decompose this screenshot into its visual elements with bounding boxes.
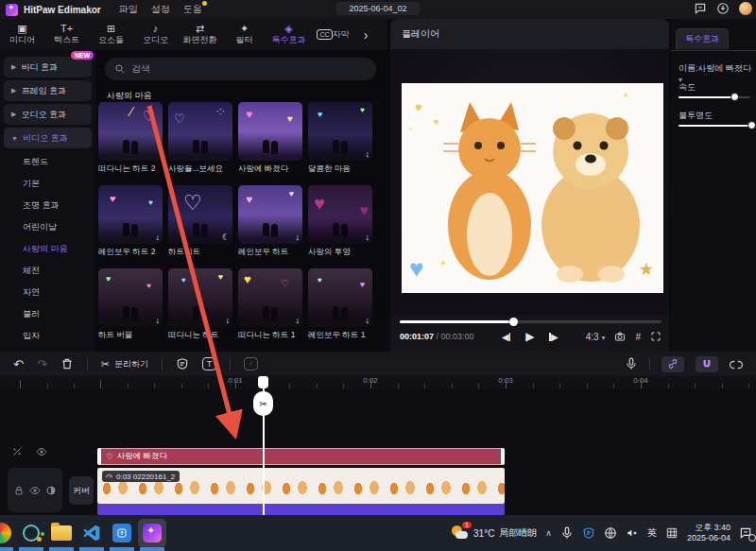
sidebar-group-frame-effects[interactable]: ▶프레임 효과 <box>4 80 92 101</box>
sidebar-item-trend[interactable]: 트렌드 <box>0 151 95 173</box>
track-visibility-eye-icon[interactable] <box>36 446 47 457</box>
project-name[interactable]: 2025-06-04_02 <box>335 2 420 15</box>
previous-frame-button[interactable]: ◀ <box>502 332 510 342</box>
slider-knob[interactable] <box>730 93 739 101</box>
export-clip-icon[interactable]: ↑ <box>244 357 258 370</box>
tray-network-globe-icon[interactable] <box>604 526 617 540</box>
cover-button[interactable]: 커버 <box>69 476 94 505</box>
effect-thumbnail[interactable]: ☾ <box>168 185 232 244</box>
tab-text[interactable]: T+텍스트 <box>44 23 89 46</box>
snapshot-camera-icon[interactable] <box>614 331 626 342</box>
effect-thumbnail[interactable]: ↓ <box>308 185 372 244</box>
video-clip[interactable]: 0:03 02220161_2 <box>97 468 505 504</box>
effect-thumbnail[interactable]: ↓ <box>168 268 232 327</box>
magnet-snap-icon[interactable] <box>696 356 718 372</box>
download-icon[interactable]: ↓ <box>366 316 370 325</box>
speed-slider[interactable] <box>679 96 750 98</box>
effect-thumbnail[interactable] <box>168 102 232 161</box>
effect-card[interactable]: ↓레인보우 하트 2 <box>98 185 163 258</box>
tab-filter[interactable]: ✦필터 <box>222 23 266 46</box>
track-half-circle-icon[interactable] <box>45 485 57 496</box>
track-visibility-eye-icon[interactable] <box>29 485 41 496</box>
sidebar-item-festival[interactable]: 체전 <box>0 260 95 282</box>
download-icon[interactable]: ↓ <box>156 232 161 242</box>
effect-card[interactable]: ↓하트 버블 <box>98 268 163 341</box>
fullscreen-icon[interactable] <box>650 331 662 342</box>
effect-card[interactable]: ↓레인보우 하트 1 <box>308 268 372 341</box>
aspect-ratio-select[interactable]: 4:3 ▾ <box>586 332 606 342</box>
tab-elements[interactable]: ⊞요소들 <box>89 23 133 46</box>
effect-clip-selected[interactable]: ♡ 사랑에 빠졌다 <box>97 448 505 465</box>
effect-card[interactable]: 사랑을...보세요 <box>168 102 232 175</box>
slider-knob[interactable] <box>747 121 756 129</box>
user-avatar[interactable] <box>739 2 752 15</box>
tray-volume-muted-icon[interactable] <box>626 526 639 540</box>
text-tool-icon[interactable]: T <box>202 357 216 370</box>
effect-thumbnail[interactable]: ↓ <box>238 185 302 244</box>
sidebar-item-childrens-day[interactable]: 어린이날 <box>0 216 95 238</box>
menu-file[interactable]: 파일 <box>119 3 138 16</box>
next-frame-button[interactable]: ▶ <box>549 332 558 342</box>
sidebar-group-body-effects[interactable]: ▶바디 효과NEW <box>4 57 92 77</box>
sidebar-group-video-effects[interactable]: ▼비디오 효과 <box>4 128 92 148</box>
effect-card[interactable]: 떠다니는 하트 2 <box>98 102 163 175</box>
download-icon[interactable]: ↓ <box>296 232 301 242</box>
redo-icon[interactable]: ↷ <box>37 357 47 371</box>
track-lock-icon[interactable] <box>13 485 25 496</box>
playhead-split-button[interactable]: ✂ <box>253 391 273 416</box>
sidebar-item-lighting[interactable]: 조명 효과 <box>0 195 95 216</box>
tray-security-shield-icon[interactable] <box>582 526 595 540</box>
sidebar-item-particle[interactable]: 입자 <box>0 325 95 347</box>
weather-widget[interactable]: 1 31°C 局部晴朗 <box>452 525 537 541</box>
link-clips-icon[interactable] <box>662 356 684 372</box>
download-icon[interactable]: ↓ <box>366 232 370 242</box>
tab-effects[interactable]: ◈특수효과 <box>266 23 311 46</box>
feedback-bubble-icon[interactable] <box>694 2 707 15</box>
ime-language-indicator[interactable]: 英 <box>647 526 657 540</box>
effect-card[interactable]: ☾하트비트 <box>168 185 232 258</box>
taskbar-app-edimakor-active[interactable]: ✦ <box>138 519 166 547</box>
taskbar-app-vscode[interactable] <box>77 519 106 547</box>
grid-overlay-icon[interactable]: # <box>635 332 641 342</box>
sidebar-item-nature[interactable]: 자연 <box>0 282 95 303</box>
opacity-slider[interactable] <box>679 125 750 127</box>
effect-track-icon[interactable] <box>11 446 23 457</box>
download-circle-icon[interactable] <box>716 2 730 15</box>
tab-transition[interactable]: ⇄화면전환 <box>178 23 222 46</box>
menu-help[interactable]: 도움 <box>183 3 202 16</box>
sidebar-item-love-heart[interactable]: 사랑의 마음 <box>0 238 95 260</box>
taskbar-app-explorer[interactable] <box>47 519 76 547</box>
timeline-ruler[interactable]: 0:01 0:02 0:03 0:04 <box>0 376 756 389</box>
sidebar-item-basic[interactable]: 기본 <box>0 173 95 195</box>
clip-right-handle[interactable] <box>501 448 505 465</box>
menu-settings[interactable]: 설정 <box>151 3 170 16</box>
taskbar-app-partial[interactable] <box>0 519 15 547</box>
delete-trash-icon[interactable] <box>60 357 74 370</box>
sidebar-group-audio-effects[interactable]: ▶오디오 효과 <box>4 104 92 125</box>
sidebar-item-blur[interactable]: 블러 <box>0 303 95 325</box>
effect-card[interactable]: ↓떠다니는 하트 <box>168 268 232 341</box>
chevron-right-icon[interactable]: › <box>355 27 376 43</box>
playhead-handle[interactable] <box>258 376 268 388</box>
effect-thumbnail[interactable]: ↓ <box>308 268 372 327</box>
play-button[interactable]: ▶ <box>525 330 534 343</box>
player-viewport[interactable]: ♥ ♥ ✦ ♥ ✦ ★ ✦ <box>390 49 669 317</box>
search-input[interactable]: 검색 <box>105 58 376 80</box>
video-frame[interactable]: ♥ ♥ ✦ ♥ ✦ ★ ✦ <box>402 83 663 293</box>
effect-card[interactable]: ↓사랑의 투영 <box>308 185 372 258</box>
effect-thumbnail[interactable]: ↓ <box>238 268 302 327</box>
download-icon[interactable]: ↓ <box>226 316 231 325</box>
record-voiceover-mic-icon[interactable] <box>625 357 638 370</box>
tab-media[interactable]: ▣미디어 <box>0 23 44 46</box>
progress-knob[interactable] <box>509 318 518 326</box>
undo-icon[interactable]: ↶ <box>13 357 24 371</box>
watermark-shield-icon[interactable] <box>176 357 189 370</box>
split-button[interactable]: ✂분리하기 <box>101 358 148 370</box>
effect-card[interactable]: ↓달콤한 마음 <box>308 102 372 175</box>
effect-thumbnail[interactable]: ↓ <box>308 102 372 161</box>
taskbar-app-upload[interactable] <box>108 519 136 547</box>
effect-card[interactable]: ↓떠다니는 하트 1 <box>238 268 302 341</box>
playback-progress-bar[interactable] <box>400 320 662 323</box>
effect-thumbnail[interactable]: ↓ <box>98 268 163 327</box>
effect-thumbnail[interactable] <box>238 102 302 161</box>
